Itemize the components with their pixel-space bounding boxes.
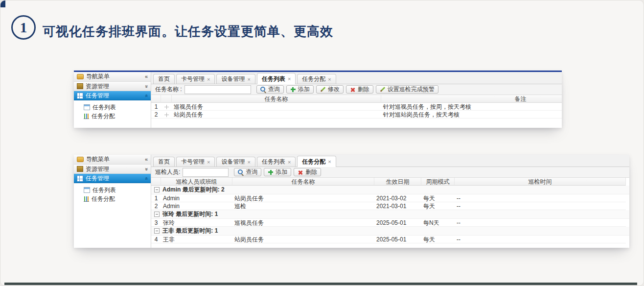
page-title: 可视化任务排班界面。让任务设置更简单、更高效 [43,23,333,40]
query-button[interactable]: 查询 [234,168,261,176]
sidebar-item-task-list[interactable]: 任务列表 [74,186,151,194]
nav-sidebar: 导航菜单 « 资源管理 » 任务管理 « [74,155,151,248]
toolbar: 任务名称 : 查询 添加 修改 删除 [151,84,562,95]
sidebar-item-task-assign[interactable]: 任务分配 [74,112,151,120]
step-number: 1 [20,19,27,36]
search-icon [238,169,244,175]
group-label: 王非 最后更新时间: 1 [162,227,218,235]
tab-close-icon[interactable]: × [288,76,291,82]
main-panel: 首页 卡号管理 × 设备管理 × 任务列表 × 任务分配 × [151,72,562,128]
delete-button[interactable]: 删除 [346,85,373,94]
step-number-badge: 1 [11,15,36,40]
add-button[interactable]: 添加 [264,168,291,176]
table-row[interactable]: 2 站岗员任务 针对巡站岗员任务，按天考核 [151,111,562,119]
chevron-down-icon: » [143,85,149,88]
grid-header-row: 任务名称 备注 [151,95,562,103]
tab-card-mgmt[interactable]: 卡号管理 × [176,157,215,167]
add-icon [290,87,296,93]
column-header-person[interactable]: 巡检人员或班组 [161,178,232,186]
column-header-cycle[interactable]: 周期模式 [421,178,455,186]
task-list-window: 导航菜单 « 资源管理 » 任务管理 « [74,71,562,128]
bottom-accent-bar [4,283,637,285]
tab-close-icon[interactable]: × [328,76,331,82]
sidebar-item-task-list[interactable]: 任务列表 [74,103,151,112]
nav-group-label: 任务管理 [86,174,109,183]
query-button[interactable]: 查询 [256,85,284,94]
tab-device-mgmt[interactable]: 设备管理 × [216,157,255,167]
task-name-input[interactable] [184,85,251,94]
task-mgmt-icon [77,175,83,182]
task-cell: 巡视员任务 [232,219,374,227]
column-header-time[interactable]: 巡检时间 [455,178,626,186]
group-label: Admin 最后更新时间: 2 [162,186,225,194]
toolbar: 巡检人员: 查询 添加 删除 [151,167,629,178]
chevron-up-icon: « [143,94,149,97]
tab-task-list[interactable]: 任务列表 × [257,73,296,84]
tab-close-icon[interactable]: × [288,159,291,165]
main-panel: 首页 卡号管理 × 设备管理 × 任务列表 × 任务分配 × [151,155,629,248]
tab-close-icon[interactable]: × [247,159,250,165]
remark-cell: 针对巡视员任务，按周，按天考核 [381,103,562,111]
edit-icon [380,87,386,93]
sidebar-item-label: 任务列表 [92,103,116,112]
column-header-date[interactable]: 生效日期 [374,178,421,186]
column-header-task[interactable]: 任务名称 [232,178,374,186]
date-cell: 2025-05-01 [374,236,421,243]
inspector-label: 巡检人员: [155,168,180,176]
tab-close-icon[interactable]: × [328,159,331,165]
expand-row-icon[interactable] [164,112,169,118]
delete-icon [298,169,303,175]
table-row[interactable]: 4 王非 站岗员任务 2025-05-01 每天 -- [151,236,629,243]
table-row[interactable]: 3 张玲 巡视员任务 2025-05-01 每N天 -- [151,219,629,227]
date-cell: 2021-03-01 [374,202,421,210]
search-icon [260,87,266,93]
tab-device-mgmt[interactable]: 设备管理 × [216,74,255,84]
collapse-sidebar-icon[interactable]: « [145,157,148,162]
tab-home[interactable]: 首页 [153,157,175,167]
row-number: 1 [151,194,161,202]
group-row[interactable]: Admin 最后更新时间: 2 [151,186,629,194]
column-header-task-name[interactable]: 任务名称 [172,95,381,103]
edit-button[interactable]: 修改 [316,85,344,94]
add-icon [268,169,274,175]
tab-task-list[interactable]: 任务列表 × [257,157,296,167]
table-row[interactable]: 1 Admin 站岗员任务 2021-03-02 每天 -- [151,194,629,202]
nav-group-resource[interactable]: 资源管理 » [74,165,151,174]
date-cell: 2021-03-02 [374,194,421,202]
expand-row-icon[interactable] [164,104,169,110]
sidebar-item-task-assign[interactable]: 任务分配 [74,194,151,203]
tab-task-assign[interactable]: 任务分配 × [297,74,336,84]
collapse-group-icon[interactable] [154,187,160,192]
collapse-sidebar-icon[interactable]: « [145,74,148,79]
resource-icon [77,166,83,172]
nav-group-task[interactable]: 任务管理 « [74,174,151,183]
add-button[interactable]: 添加 [286,85,314,94]
task-list-icon [84,187,90,193]
tab-task-assign[interactable]: 任务分配 × [297,156,336,167]
nav-menu-icon [77,157,84,162]
collapse-group-icon[interactable] [154,228,160,234]
table-row[interactable]: 1 巡视员任务 针对巡视员任务，按周，按天考核 [151,103,562,111]
inspector-input[interactable] [183,168,229,177]
task-cell: 站岗员任务 [232,236,374,243]
group-row[interactable]: 张玲 最后更新时间: 1 [151,210,629,219]
person-cell: Admin [161,202,232,210]
task-cell: 巡检 [232,202,374,210]
column-header-remark[interactable]: 备注 [381,95,562,103]
set-inspection-warning-button[interactable]: 设置巡检完成预警 [376,85,438,94]
table-row[interactable]: 2 Admin 巡检 2021-03-01 每天 -- [151,202,629,210]
tab-close-icon[interactable]: × [247,76,250,82]
nav-group-task[interactable]: 任务管理 « [74,91,151,100]
task-mgmt-icon [77,93,83,99]
tab-close-icon[interactable]: × [207,76,210,82]
task-name-label: 任务名称 : [155,85,182,94]
collapse-group-icon[interactable] [154,212,160,217]
tab-card-mgmt[interactable]: 卡号管理 × [176,74,215,84]
delete-button[interactable]: 删除 [294,168,321,176]
row-number: 2 [151,111,161,119]
cycle-cell: 每N天 [421,219,455,227]
nav-group-resource[interactable]: 资源管理 » [74,82,151,91]
group-row[interactable]: 王非 最后更新时间: 1 [151,227,629,236]
tab-close-icon[interactable]: × [207,159,210,165]
tab-home[interactable]: 首页 [153,74,175,84]
